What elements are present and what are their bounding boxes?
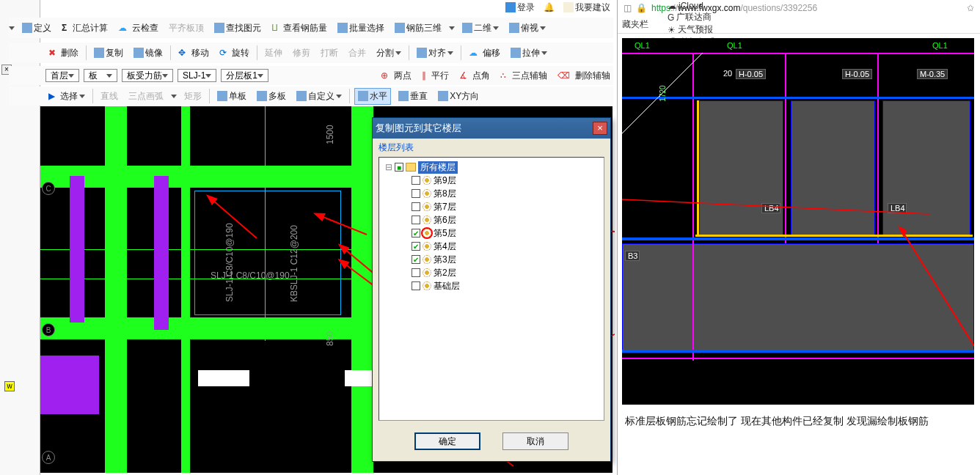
checkbox[interactable] xyxy=(412,202,420,211)
checkbox[interactable]: ■ xyxy=(395,163,403,172)
horiz-button[interactable]: 水平 xyxy=(354,88,391,105)
chat-icon xyxy=(563,2,574,12)
parallel-button[interactable]: ∥ 平行 xyxy=(419,68,452,84)
eye-icon xyxy=(509,23,519,33)
viewrebar-button[interactable]: ⵡ 查看钢筋量 xyxy=(268,21,330,36)
tree-item[interactable]: 基础层 xyxy=(382,279,601,292)
gear-icon xyxy=(423,176,431,185)
rebar3d-button[interactable]: 钢筋三维 xyxy=(392,21,445,36)
tree-item[interactable]: 第7层 xyxy=(382,200,601,213)
batchsel-button[interactable]: 批量选择 xyxy=(334,21,387,36)
tree-label: 第5层 xyxy=(434,227,456,240)
shield-icon: ◫ xyxy=(624,3,632,13)
tree-label: 第6层 xyxy=(434,214,456,227)
axis-bubble: C xyxy=(42,182,55,195)
tree-item[interactable]: 第6层 xyxy=(382,213,601,227)
delete-button[interactable]: ✖ 删除 xyxy=(45,45,81,61)
page-caption: 标准层板钢筋忘记绘制了 现在其他构件已经复制 发现漏绘制板钢筋 xyxy=(618,409,980,434)
caret-icon[interactable] xyxy=(171,95,177,98)
stretch-button[interactable]: 拉伸 xyxy=(508,45,550,61)
suggest-link[interactable]: 我要建议 xyxy=(560,1,613,15)
xy-button[interactable]: XY方向 xyxy=(435,89,482,104)
cloudcheck-button[interactable]: ☁ 云检查 xyxy=(115,21,161,36)
copy-icon xyxy=(94,48,104,58)
tree-item[interactable]: ✔第4层 xyxy=(382,240,601,253)
delaux-button[interactable]: ⌫ 删除辅轴 xyxy=(555,68,613,84)
checkbox[interactable]: ✔ xyxy=(412,255,420,264)
checkbox[interactable] xyxy=(412,268,420,277)
boards-icon xyxy=(257,91,267,101)
axis-bubble: A xyxy=(42,451,55,464)
align-icon xyxy=(417,48,427,58)
select-tool[interactable]: ▶ 选择 xyxy=(45,89,88,104)
checkbox[interactable] xyxy=(412,216,420,224)
gear-icon xyxy=(423,255,431,264)
sumcalc-button[interactable]: Σ 汇总计算 xyxy=(59,21,111,36)
split-button[interactable]: 分割 xyxy=(373,45,404,61)
layer-select[interactable]: 分层板1 xyxy=(221,69,268,82)
bookmark-item[interactable]: ☀天气预报 xyxy=(668,23,716,36)
ptangle-button[interactable]: ∡ 点角 xyxy=(456,68,493,84)
tree-label: 第9层 xyxy=(434,174,456,187)
bookmark-item[interactable]: G广联达商 xyxy=(668,11,716,23)
checkbox[interactable] xyxy=(412,189,420,198)
category-select[interactable]: 板 xyxy=(84,69,117,82)
tree-item[interactable]: ✔第3层 xyxy=(382,253,601,266)
tree-item[interactable]: ✔第5层 xyxy=(382,227,601,240)
menu-caret-icon[interactable] xyxy=(449,26,455,30)
search-icon xyxy=(214,23,224,33)
multiboard-button[interactable]: 多板 xyxy=(254,89,289,104)
floor-tree[interactable]: ⊟ ■ 所有楼层 第9层第8层第7层第6层✔第5层✔第4层✔第3层第2层基础层 xyxy=(379,157,604,421)
threeaux-button[interactable]: ∴ 三点辅轴 xyxy=(497,68,549,84)
batch-icon xyxy=(337,23,348,33)
rect-tool: 矩形 xyxy=(181,89,205,104)
define-button[interactable]: 定义 xyxy=(19,21,54,36)
copy-to-floors-dialog: 复制图元到其它楼层 × 楼层列表 ⊟ ■ 所有楼层 第9层第8层第7层第6层✔第… xyxy=(372,117,611,462)
close-icon[interactable]: × xyxy=(593,122,607,135)
axis-bubble: B xyxy=(42,323,55,336)
findunit-button[interactable]: 查找图元 xyxy=(211,21,264,36)
move-button[interactable]: ✥ 移动 xyxy=(175,45,211,61)
bookmark-item[interactable]: ☁iCloud xyxy=(668,1,716,11)
tree-root[interactable]: ⊟ ■ 所有楼层 xyxy=(382,161,601,174)
mirror-icon xyxy=(134,48,144,58)
vert-button[interactable]: 垂直 xyxy=(395,89,431,104)
login-link[interactable]: 登录 xyxy=(502,1,538,15)
rotate-button[interactable]: ⟳ 旋转 xyxy=(216,45,252,61)
merge-button: 合并 xyxy=(345,45,369,61)
offset-button[interactable]: ☁ 偏移 xyxy=(466,45,503,61)
bookmark-icon: G xyxy=(668,12,674,23)
code-select[interactable]: SLJ-1 xyxy=(178,69,216,82)
subcat-select[interactable]: 板受力筋 xyxy=(122,69,173,82)
tree-item[interactable]: 第8层 xyxy=(382,187,601,200)
twopoint-button[interactable]: ⊕ 两点 xyxy=(378,68,414,84)
custom-button[interactable]: 自定义 xyxy=(293,89,345,104)
define-icon xyxy=(22,23,32,33)
break-button: 打断 xyxy=(318,45,341,61)
checkbox[interactable] xyxy=(412,281,420,290)
tree-item[interactable]: 第9层 xyxy=(382,174,601,187)
rebar-label: SLJ-1 C8/C10@190 xyxy=(211,270,290,281)
warn-icon[interactable]: w xyxy=(4,381,15,391)
copy-button[interactable]: 复制 xyxy=(91,45,126,61)
menu-caret-icon[interactable] xyxy=(9,26,15,30)
checkbox[interactable]: ✔ xyxy=(412,242,420,251)
align-button[interactable]: 对齐 xyxy=(414,45,456,61)
bookmark-star-icon[interactable]: ✩ xyxy=(967,3,974,13)
view2d-button[interactable]: 二维 xyxy=(459,21,502,36)
trim-button: 修剪 xyxy=(290,45,313,61)
persp-button[interactable]: 俯视 xyxy=(506,21,549,36)
checkbox[interactable]: ✔ xyxy=(412,229,420,238)
bell-icon[interactable]: 🔔 xyxy=(541,1,557,13)
ok-button[interactable]: 确定 xyxy=(414,432,480,450)
gear-icon xyxy=(423,229,431,238)
floor-select[interactable]: 首层 xyxy=(45,69,79,82)
checkbox[interactable] xyxy=(412,176,420,185)
bookmark-bar: 藏夹栏 👤个人中心☁iCloudG广联达商☀天气预报❓答疑解惑🐾百度新 xyxy=(618,16,980,34)
cancel-button[interactable]: 取消 xyxy=(502,432,568,450)
dim-label: 1500 xyxy=(325,125,335,144)
mirror-button[interactable]: 镜像 xyxy=(131,45,166,61)
singleboard-button[interactable]: 单板 xyxy=(214,89,249,104)
tree-item[interactable]: 第2层 xyxy=(382,266,601,279)
bookmark-item[interactable]: 藏夹栏 xyxy=(622,18,648,31)
